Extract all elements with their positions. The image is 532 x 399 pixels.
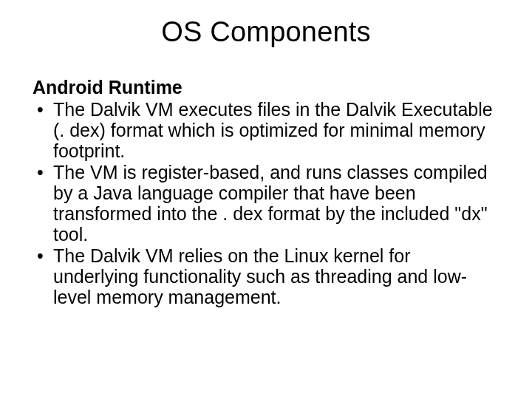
slide: OS Components Android Runtime The Dalvik… [0,0,532,399]
bullet-item: The Dalvik VM relies on the Linux kernel… [33,245,499,307]
slide-content: Android Runtime The Dalvik VM executes f… [33,78,499,307]
slide-title: OS Components [33,16,499,48]
bullet-list: The Dalvik VM executes files in the Dalv… [33,99,499,307]
subheading: Android Runtime [33,78,499,98]
bullet-item: The VM is register-based, and runs class… [33,162,499,245]
bullet-item: The Dalvik VM executes files in the Dalv… [33,99,499,161]
